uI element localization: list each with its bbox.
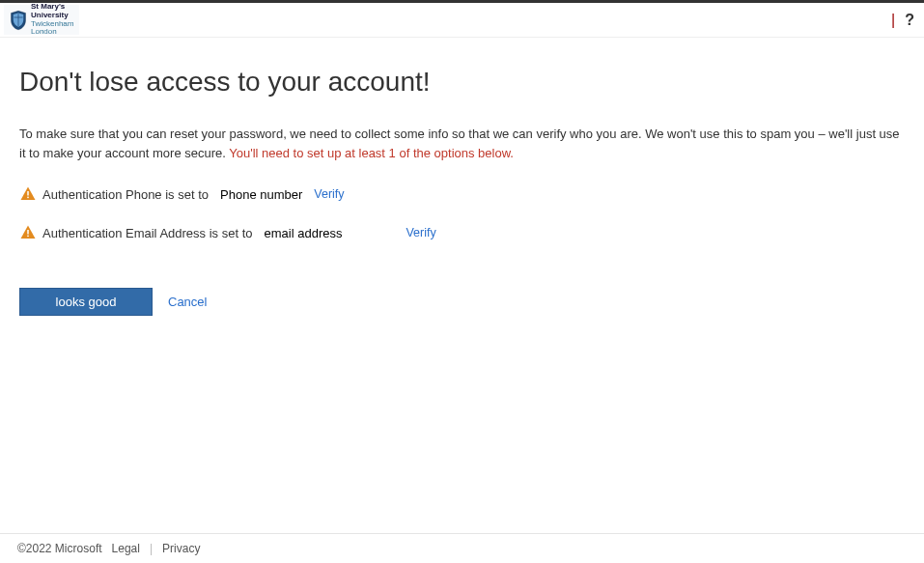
svg-rect-2 (27, 230, 29, 235)
looks-good-button[interactable]: looks good (19, 288, 153, 316)
cancel-link[interactable]: Cancel (168, 295, 207, 309)
footer-privacy-link[interactable]: Privacy (162, 542, 200, 555)
footer-copyright: ©2022 Microsoft (17, 542, 102, 555)
intro-text: To make sure that you can reset your pas… (19, 125, 905, 162)
auth-email-value: email address (265, 226, 343, 240)
org-logo: St Mary's University Twickenham London (4, 5, 79, 35)
svg-rect-1 (27, 197, 29, 199)
auth-phone-row: Authentication Phone is set to Phone num… (19, 185, 905, 203)
verify-phone-link[interactable]: Verify (314, 187, 344, 201)
svg-rect-0 (27, 191, 29, 196)
header-right: | ? (891, 12, 914, 29)
intro-warning: You'll need to set up at least 1 of the … (229, 146, 514, 160)
footer-legal-link[interactable]: Legal (112, 542, 140, 555)
header-divider: | (891, 12, 895, 29)
page-title: Don't lose access to your account! (19, 67, 905, 98)
auth-phone-value: Phone number (220, 187, 302, 202)
svg-rect-3 (27, 236, 29, 238)
footer-separator: | (150, 542, 153, 555)
warning-icon (19, 185, 37, 203)
shield-icon (10, 10, 27, 31)
header-bar: St Mary's University Twickenham London |… (0, 3, 924, 38)
auth-phone-label: Authentication Phone is set to (42, 187, 209, 202)
verify-email-link[interactable]: Verify (406, 226, 435, 239)
auth-email-row: Authentication Email Address is set to e… (19, 224, 905, 241)
help-icon[interactable]: ? (905, 12, 914, 29)
auth-email-label: Authentication Email Address is set to (42, 226, 253, 240)
button-row: looks good Cancel (19, 288, 905, 316)
org-logo-text: St Mary's University Twickenham London (31, 3, 73, 37)
warning-icon (19, 224, 37, 241)
footer: ©2022 Microsoft Legal | Privacy (0, 533, 924, 563)
main-content: Don't lose access to your account! To ma… (0, 38, 924, 335)
